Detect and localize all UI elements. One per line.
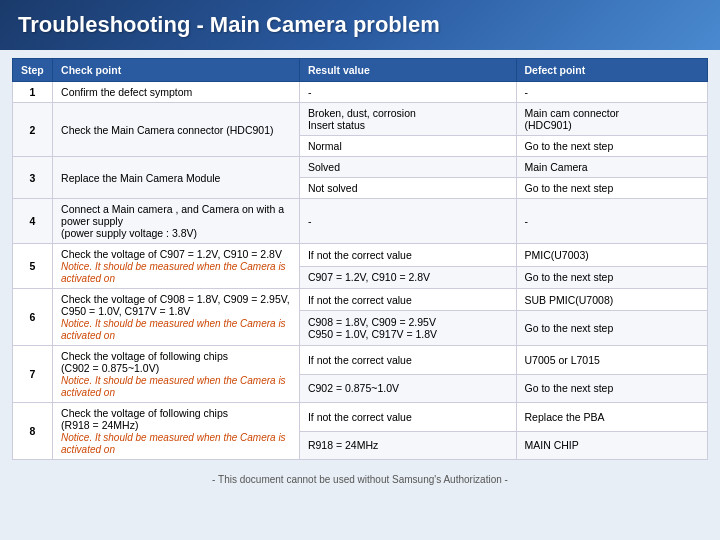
cell-step: 1: [13, 82, 53, 103]
cell-result: If not the correct value: [299, 244, 516, 267]
cell-defect: Go to the next step: [516, 266, 707, 289]
cell-defect: Main Camera: [516, 157, 707, 178]
cell-check: Check the voltage of C908 = 1.8V, C909 =…: [53, 289, 300, 346]
cell-result: C902 = 0.875~1.0V: [299, 374, 516, 403]
cell-check: Connect a Main camera , and Camera on wi…: [53, 199, 300, 244]
cell-defect: U7005 or L7015: [516, 346, 707, 375]
table-row: 7Check the voltage of following chips(C9…: [13, 346, 708, 375]
col-step: Step: [13, 59, 53, 82]
cell-step: 6: [13, 289, 53, 346]
cell-defect: -: [516, 199, 707, 244]
cell-result: If not the correct value: [299, 403, 516, 432]
cell-defect: Main cam connector(HDC901): [516, 103, 707, 136]
cell-step: 5: [13, 244, 53, 289]
cell-defect: -: [516, 82, 707, 103]
cell-defect: Go to the next step: [516, 178, 707, 199]
col-defect: Defect point: [516, 59, 707, 82]
table-row: 4Connect a Main camera , and Camera on w…: [13, 199, 708, 244]
cell-check: Check the voltage of C907 = 1.2V, C910 =…: [53, 244, 300, 289]
cell-check: Check the voltage of following chips(R91…: [53, 403, 300, 460]
cell-result: Normal: [299, 136, 516, 157]
cell-check: Replace the Main Camera Module: [53, 157, 300, 199]
cell-result: C907 = 1.2V, C910 = 2.8V: [299, 266, 516, 289]
cell-result: If not the correct value: [299, 346, 516, 375]
cell-result: If not the correct value: [299, 289, 516, 311]
cell-step: 8: [13, 403, 53, 460]
cell-defect: Go to the next step: [516, 311, 707, 346]
table-row: 3Replace the Main Camera ModuleSolvedMai…: [13, 157, 708, 178]
table-row: 2Check the Main Camera connector (HDC901…: [13, 103, 708, 136]
cell-result: -: [299, 199, 516, 244]
cell-defect: PMIC(U7003): [516, 244, 707, 267]
table-row: 8Check the voltage of following chips(R9…: [13, 403, 708, 432]
cell-check: Check the Main Camera connector (HDC901): [53, 103, 300, 157]
cell-defect: Go to the next step: [516, 136, 707, 157]
cell-result: Broken, dust, corrosionInsert status: [299, 103, 516, 136]
cell-result: Not solved: [299, 178, 516, 199]
cell-result: C908 = 1.8V, C909 = 2.95VC950 = 1.0V, C9…: [299, 311, 516, 346]
cell-result: Solved: [299, 157, 516, 178]
cell-step: 4: [13, 199, 53, 244]
cell-result: R918 = 24MHz: [299, 431, 516, 460]
col-result: Result value: [299, 59, 516, 82]
cell-defect: SUB PMIC(U7008): [516, 289, 707, 311]
cell-step: 2: [13, 103, 53, 157]
cell-defect: Replace the PBA: [516, 403, 707, 432]
footer-text: - This document cannot be used without S…: [212, 474, 508, 485]
cell-result: -: [299, 82, 516, 103]
page-title: Troubleshooting - Main Camera problem: [18, 12, 440, 37]
content: Step Check point Result value Defect poi…: [0, 50, 720, 468]
col-check: Check point: [53, 59, 300, 82]
cell-defect: MAIN CHIP: [516, 431, 707, 460]
cell-check: Confirm the defect symptom: [53, 82, 300, 103]
cell-check: Check the voltage of following chips(C90…: [53, 346, 300, 403]
table-row: 5Check the voltage of C907 = 1.2V, C910 …: [13, 244, 708, 267]
cell-defect: Go to the next step: [516, 374, 707, 403]
cell-step: 7: [13, 346, 53, 403]
footer: - This document cannot be used without S…: [0, 468, 720, 491]
cell-step: 3: [13, 157, 53, 199]
header: Troubleshooting - Main Camera problem: [0, 0, 720, 50]
main-table: Step Check point Result value Defect poi…: [12, 58, 708, 460]
table-row: 1Confirm the defect symptom--: [13, 82, 708, 103]
table-row: 6Check the voltage of C908 = 1.8V, C909 …: [13, 289, 708, 311]
